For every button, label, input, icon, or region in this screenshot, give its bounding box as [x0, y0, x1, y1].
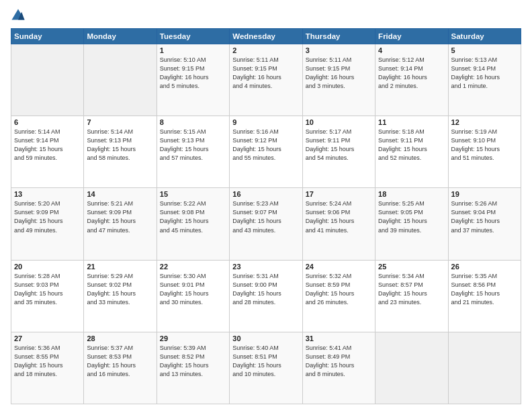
- day-number: 17: [306, 190, 372, 198]
- day-info: Sunrise: 5:36 AM Sunset: 8:55 PM Dayligh…: [14, 344, 81, 379]
- calendar-day-cell: 21Sunrise: 5:29 AM Sunset: 9:02 PM Dayli…: [84, 260, 157, 332]
- day-number: 20: [14, 263, 81, 271]
- calendar-week-row: 13Sunrise: 5:20 AM Sunset: 9:09 PM Dayli…: [11, 188, 521, 260]
- day-number: 13: [14, 190, 81, 198]
- day-number: 9: [232, 118, 299, 126]
- day-info: Sunrise: 5:17 AM Sunset: 9:11 PM Dayligh…: [306, 128, 372, 163]
- header: [11, 8, 521, 23]
- day-info: Sunrise: 5:32 AM Sunset: 8:59 PM Dayligh…: [306, 272, 372, 307]
- calendar-day-cell: 8Sunrise: 5:15 AM Sunset: 9:13 PM Daylig…: [157, 116, 229, 188]
- day-header-sunday: Sunday: [11, 29, 84, 44]
- day-info: Sunrise: 5:24 AM Sunset: 9:06 PM Dayligh…: [306, 199, 372, 234]
- calendar-day-cell: [11, 44, 84, 116]
- day-number: 10: [306, 118, 372, 126]
- calendar-day-cell: 22Sunrise: 5:30 AM Sunset: 9:01 PM Dayli…: [157, 260, 229, 332]
- calendar-week-row: 1Sunrise: 5:10 AM Sunset: 9:15 PM Daylig…: [11, 44, 521, 116]
- day-info: Sunrise: 5:40 AM Sunset: 8:51 PM Dayligh…: [232, 344, 299, 379]
- calendar-week-row: 6Sunrise: 5:14 AM Sunset: 9:14 PM Daylig…: [11, 116, 521, 188]
- day-number: 25: [378, 263, 445, 271]
- calendar-day-cell: 2Sunrise: 5:11 AM Sunset: 9:15 PM Daylig…: [230, 44, 302, 116]
- calendar-day-cell: 19Sunrise: 5:26 AM Sunset: 9:04 PM Dayli…: [448, 188, 521, 260]
- day-info: Sunrise: 5:21 AM Sunset: 9:09 PM Dayligh…: [87, 199, 153, 234]
- day-number: 11: [378, 118, 445, 126]
- day-info: Sunrise: 5:12 AM Sunset: 9:14 PM Dayligh…: [378, 56, 445, 91]
- logo: [11, 8, 28, 23]
- day-header-tuesday: Tuesday: [157, 29, 229, 44]
- day-number: 15: [160, 190, 226, 198]
- calendar-day-cell: 18Sunrise: 5:25 AM Sunset: 9:05 PM Dayli…: [375, 188, 448, 260]
- calendar-day-cell: 10Sunrise: 5:17 AM Sunset: 9:11 PM Dayli…: [302, 116, 375, 188]
- calendar-header-row: SundayMondayTuesdayWednesdayThursdayFrid…: [11, 29, 521, 44]
- calendar-day-cell: [84, 44, 157, 116]
- day-number: 5: [451, 46, 518, 54]
- day-number: 19: [451, 190, 518, 198]
- calendar-day-cell: 25Sunrise: 5:34 AM Sunset: 8:57 PM Dayli…: [375, 260, 448, 332]
- calendar-day-cell: 11Sunrise: 5:18 AM Sunset: 9:11 PM Dayli…: [375, 116, 448, 188]
- day-number: 8: [160, 118, 226, 126]
- day-info: Sunrise: 5:35 AM Sunset: 8:56 PM Dayligh…: [451, 272, 518, 307]
- day-number: 4: [378, 46, 445, 54]
- day-header-saturday: Saturday: [448, 29, 521, 44]
- day-info: Sunrise: 5:14 AM Sunset: 9:13 PM Dayligh…: [87, 128, 153, 163]
- calendar-day-cell: 31Sunrise: 5:41 AM Sunset: 8:49 PM Dayli…: [302, 332, 375, 404]
- day-info: Sunrise: 5:11 AM Sunset: 9:15 PM Dayligh…: [306, 56, 372, 91]
- day-number: 6: [14, 118, 81, 126]
- day-info: Sunrise: 5:30 AM Sunset: 9:01 PM Dayligh…: [160, 272, 226, 307]
- calendar-day-cell: 12Sunrise: 5:19 AM Sunset: 9:10 PM Dayli…: [448, 116, 521, 188]
- day-info: Sunrise: 5:37 AM Sunset: 8:53 PM Dayligh…: [87, 344, 153, 379]
- calendar-day-cell: 20Sunrise: 5:28 AM Sunset: 9:03 PM Dayli…: [11, 260, 84, 332]
- calendar-day-cell: 26Sunrise: 5:35 AM Sunset: 8:56 PM Dayli…: [448, 260, 521, 332]
- calendar-week-row: 20Sunrise: 5:28 AM Sunset: 9:03 PM Dayli…: [11, 260, 521, 332]
- day-info: Sunrise: 5:19 AM Sunset: 9:10 PM Dayligh…: [451, 128, 518, 163]
- day-info: Sunrise: 5:14 AM Sunset: 9:14 PM Dayligh…: [14, 128, 81, 163]
- day-number: 3: [306, 46, 372, 54]
- day-number: 26: [451, 263, 518, 271]
- day-header-thursday: Thursday: [302, 29, 375, 44]
- calendar-day-cell: 23Sunrise: 5:31 AM Sunset: 9:00 PM Dayli…: [230, 260, 302, 332]
- calendar-day-cell: 15Sunrise: 5:22 AM Sunset: 9:08 PM Dayli…: [157, 188, 229, 260]
- day-number: 21: [87, 263, 153, 271]
- day-number: 24: [306, 263, 372, 271]
- day-info: Sunrise: 5:20 AM Sunset: 9:09 PM Dayligh…: [14, 199, 81, 234]
- day-number: 2: [232, 46, 299, 54]
- day-number: 1: [160, 46, 226, 54]
- calendar-day-cell: 17Sunrise: 5:24 AM Sunset: 9:06 PM Dayli…: [302, 188, 375, 260]
- day-info: Sunrise: 5:26 AM Sunset: 9:04 PM Dayligh…: [451, 199, 518, 234]
- calendar-day-cell: 28Sunrise: 5:37 AM Sunset: 8:53 PM Dayli…: [84, 332, 157, 404]
- calendar-day-cell: 9Sunrise: 5:16 AM Sunset: 9:12 PM Daylig…: [230, 116, 302, 188]
- day-number: 14: [87, 190, 153, 198]
- day-info: Sunrise: 5:34 AM Sunset: 8:57 PM Dayligh…: [378, 272, 445, 307]
- day-number: 30: [232, 334, 299, 342]
- day-number: 7: [87, 118, 153, 126]
- calendar-day-cell: 30Sunrise: 5:40 AM Sunset: 8:51 PM Dayli…: [230, 332, 302, 404]
- day-info: Sunrise: 5:16 AM Sunset: 9:12 PM Dayligh…: [232, 128, 299, 163]
- logo-icon: [11, 8, 26, 23]
- day-header-friday: Friday: [375, 29, 448, 44]
- calendar-day-cell: 6Sunrise: 5:14 AM Sunset: 9:14 PM Daylig…: [11, 116, 84, 188]
- day-info: Sunrise: 5:10 AM Sunset: 9:15 PM Dayligh…: [160, 56, 226, 91]
- day-number: 27: [14, 334, 81, 342]
- day-info: Sunrise: 5:29 AM Sunset: 9:02 PM Dayligh…: [87, 272, 153, 307]
- day-info: Sunrise: 5:39 AM Sunset: 8:52 PM Dayligh…: [160, 344, 226, 379]
- calendar-day-cell: 14Sunrise: 5:21 AM Sunset: 9:09 PM Dayli…: [84, 188, 157, 260]
- day-number: 16: [232, 190, 299, 198]
- calendar-day-cell: 1Sunrise: 5:10 AM Sunset: 9:15 PM Daylig…: [157, 44, 229, 116]
- day-info: Sunrise: 5:25 AM Sunset: 9:05 PM Dayligh…: [378, 199, 445, 234]
- calendar-day-cell: 27Sunrise: 5:36 AM Sunset: 8:55 PM Dayli…: [11, 332, 84, 404]
- page-container: SundayMondayTuesdayWednesdayThursdayFrid…: [0, 0, 532, 411]
- day-info: Sunrise: 5:18 AM Sunset: 9:11 PM Dayligh…: [378, 128, 445, 163]
- day-number: 18: [378, 190, 445, 198]
- calendar-day-cell: 3Sunrise: 5:11 AM Sunset: 9:15 PM Daylig…: [302, 44, 375, 116]
- day-number: 22: [160, 263, 226, 271]
- day-header-wednesday: Wednesday: [230, 29, 302, 44]
- calendar-week-row: 27Sunrise: 5:36 AM Sunset: 8:55 PM Dayli…: [11, 332, 521, 404]
- day-number: 28: [87, 334, 153, 342]
- calendar-day-cell: 29Sunrise: 5:39 AM Sunset: 8:52 PM Dayli…: [157, 332, 229, 404]
- day-info: Sunrise: 5:15 AM Sunset: 9:13 PM Dayligh…: [160, 128, 226, 163]
- day-header-monday: Monday: [84, 29, 157, 44]
- calendar-day-cell: 16Sunrise: 5:23 AM Sunset: 9:07 PM Dayli…: [230, 188, 302, 260]
- calendar-day-cell: [375, 332, 448, 404]
- day-number: 23: [232, 263, 299, 271]
- day-info: Sunrise: 5:13 AM Sunset: 9:14 PM Dayligh…: [451, 56, 518, 91]
- calendar-table: SundayMondayTuesdayWednesdayThursdayFrid…: [11, 28, 521, 404]
